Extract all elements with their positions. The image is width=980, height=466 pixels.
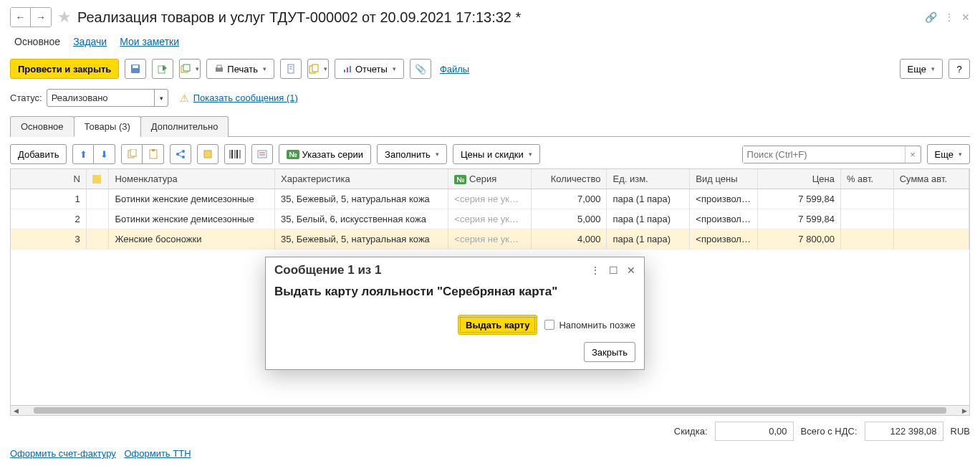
status-select[interactable]: Реализовано bbox=[47, 89, 168, 107]
svg-rect-1 bbox=[133, 65, 138, 68]
nav-back-button[interactable]: ← bbox=[11, 8, 31, 27]
svg-rect-11 bbox=[312, 65, 318, 72]
related-docs-button[interactable]: ▾ bbox=[307, 59, 329, 79]
col-unit[interactable]: Ед. изм. bbox=[607, 169, 690, 189]
svg-rect-12 bbox=[344, 70, 345, 72]
subtab-notes[interactable]: Мои заметки bbox=[120, 36, 179, 47]
close-window-icon[interactable]: ✕ bbox=[961, 11, 970, 23]
dialog-maximize-icon[interactable]: ☐ bbox=[609, 265, 618, 276]
col-quantity[interactable]: Количество bbox=[532, 169, 607, 189]
files-link[interactable]: Файлы bbox=[440, 64, 469, 75]
svg-rect-24 bbox=[204, 151, 211, 158]
dialog-title: Сообщение 1 из 1 bbox=[274, 263, 382, 277]
dialog-close-button[interactable]: Закрыть bbox=[584, 342, 635, 362]
barcode-button[interactable] bbox=[224, 144, 246, 164]
svg-rect-18 bbox=[152, 149, 155, 151]
col-sum-auto[interactable]: Сумма авт. bbox=[893, 169, 969, 189]
horizontal-scrollbar[interactable]: ◀ ▶ bbox=[11, 405, 969, 415]
chevron-down-icon[interactable]: ▾ bbox=[154, 89, 168, 107]
more-button[interactable]: Еще▾ bbox=[900, 59, 943, 79]
attach-button[interactable]: 📎 bbox=[410, 59, 431, 79]
discount-value[interactable]: 0,00 bbox=[715, 422, 794, 441]
table-more-button[interactable]: Еще▾ bbox=[927, 144, 970, 164]
tab-extra[interactable]: Дополнительно bbox=[140, 116, 229, 137]
svg-rect-4 bbox=[183, 65, 190, 71]
table-row[interactable]: 1Ботинки женские демисезонные35, Бежевый… bbox=[11, 189, 969, 209]
prices-discounts-button[interactable]: Цены и скидки▾ bbox=[453, 144, 540, 164]
kebab-icon[interactable]: ⋮ bbox=[944, 11, 954, 23]
table-row[interactable]: 3Женские босоножки35, Бежевый, 5, натура… bbox=[11, 229, 969, 249]
reports-button[interactable]: Отчеты▾ bbox=[335, 59, 404, 79]
search-clear-button[interactable]: × bbox=[905, 146, 921, 163]
svg-rect-14 bbox=[350, 66, 351, 72]
paste-button[interactable] bbox=[143, 144, 164, 164]
post-button[interactable] bbox=[152, 59, 173, 79]
goods-table: N Номенклатура Характеристика № Серия Ко… bbox=[11, 169, 969, 249]
dialog-close-icon[interactable]: ✕ bbox=[627, 265, 635, 276]
dialog-kebab-icon[interactable]: ⋮ bbox=[590, 265, 600, 276]
col-price[interactable]: Цена bbox=[758, 169, 841, 189]
tab-main[interactable]: Основное bbox=[10, 116, 75, 137]
post-and-close-button[interactable]: Провести и закрыть bbox=[10, 59, 119, 79]
move-down-button[interactable]: ⬇ bbox=[94, 144, 115, 164]
invoice-link[interactable]: Оформить счет-фактуру bbox=[10, 448, 116, 459]
table-search-input[interactable] bbox=[743, 146, 905, 163]
svg-rect-6 bbox=[217, 65, 221, 68]
help-button[interactable]: ? bbox=[948, 59, 970, 79]
save-button[interactable] bbox=[125, 59, 146, 79]
fill-button[interactable]: Заполнить▾ bbox=[377, 144, 447, 164]
total-value: 122 398,08 bbox=[865, 422, 943, 441]
remind-later-checkbox[interactable]: Напомнить позже bbox=[544, 320, 635, 331]
dialog-body: Выдать карту лояльности "Серебряная карт… bbox=[266, 280, 644, 309]
print-button[interactable]: Печать▾ bbox=[206, 59, 274, 79]
specify-series-button[interactable]: №Указать серии bbox=[279, 144, 371, 164]
total-label: Всего с НДС: bbox=[801, 426, 858, 437]
col-flag[interactable] bbox=[86, 169, 109, 189]
ttn-link[interactable]: Оформить ТТН bbox=[124, 448, 191, 459]
subtab-main[interactable]: Основное bbox=[14, 36, 60, 47]
favorite-star-icon[interactable]: ★ bbox=[57, 8, 72, 27]
svg-rect-33 bbox=[92, 175, 101, 184]
tab-goods[interactable]: Товары (3) bbox=[74, 116, 141, 137]
svg-line-22 bbox=[178, 151, 183, 153]
col-characteristic[interactable]: Характеристика bbox=[275, 169, 448, 189]
link-icon[interactable]: 🔗 bbox=[925, 11, 937, 23]
col-price-type[interactable]: Вид цены bbox=[690, 169, 758, 189]
svg-rect-30 bbox=[258, 151, 266, 158]
add-row-button[interactable]: Добавить bbox=[10, 144, 67, 164]
discount-label: Скидка: bbox=[674, 426, 708, 437]
col-auto-pct[interactable]: % авт. bbox=[840, 169, 893, 189]
create-based-button[interactable]: ▾ bbox=[179, 59, 201, 79]
svg-line-23 bbox=[178, 155, 183, 157]
message-dialog: Сообщение 1 из 1 ⋮ ☐ ✕ Выдать карту лоял… bbox=[265, 257, 645, 370]
col-serial[interactable]: № Серия bbox=[448, 169, 532, 189]
page-title: Реализация товаров и услуг ТДУТ-000002 о… bbox=[77, 9, 521, 26]
pick-button[interactable] bbox=[197, 144, 218, 164]
col-nomenclature[interactable]: Номенклатура bbox=[109, 169, 275, 189]
subtab-tasks[interactable]: Задачи bbox=[73, 36, 107, 47]
warning-icon: ⚠ bbox=[180, 92, 189, 104]
svg-rect-16 bbox=[130, 149, 136, 156]
status-label: Статус: bbox=[10, 92, 42, 103]
list-edit-button[interactable] bbox=[251, 144, 273, 164]
nav-forward-button[interactable]: → bbox=[31, 8, 51, 27]
currency-label: RUB bbox=[951, 426, 970, 437]
issue-card-button[interactable]: Выдать карту bbox=[458, 315, 537, 335]
doc-icon-button[interactable] bbox=[280, 59, 302, 79]
copy-button[interactable] bbox=[121, 144, 143, 164]
svg-rect-13 bbox=[347, 67, 348, 72]
table-row[interactable]: 2Ботинки женские демисезонные35, Белый, … bbox=[11, 209, 969, 229]
move-up-button[interactable]: ⬆ bbox=[72, 144, 94, 164]
show-messages-link[interactable]: Показать сообщения (1) bbox=[193, 92, 298, 103]
col-n[interactable]: N bbox=[11, 169, 86, 189]
share-button[interactable] bbox=[170, 144, 191, 164]
